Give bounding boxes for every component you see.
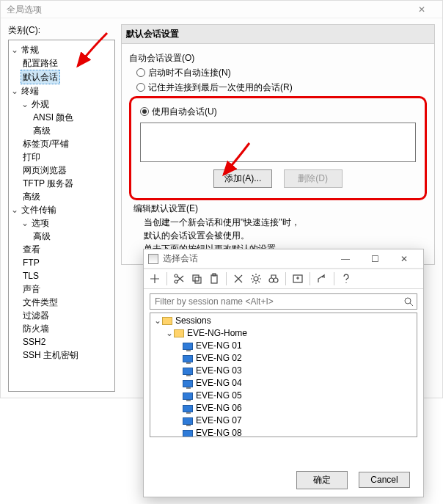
tree-file-transfer[interactable]: 文件传输 — [19, 203, 59, 216]
tree-ansi[interactable]: ANSI 颜色 — [31, 111, 76, 124]
tree-ftp[interactable]: FTP — [21, 256, 42, 269]
minimize-icon[interactable]: — — [331, 254, 360, 264]
tree-firewall[interactable]: 防火墙 — [21, 322, 51, 335]
tree-filter[interactable]: 过滤器 — [21, 309, 51, 322]
radio-auto-session-label[interactable]: 使用自动会话(U) — [152, 106, 217, 117]
radio-no-connect-label[interactable]: 启动时不自动连接(N) — [148, 67, 231, 78]
dialog-titlebar: 全局选项 ✕ — [1, 1, 442, 18]
tree-tftp[interactable]: TFTP 服务器 — [21, 177, 76, 190]
scissors-icon[interactable] — [171, 271, 187, 287]
chevron-down-icon[interactable]: ⌄ — [10, 203, 19, 216]
tree-appearance[interactable]: 外观 — [29, 98, 51, 111]
session-item[interactable]: EVE-NG 07 — [196, 414, 242, 427]
sub-titlebar: 选择会话 — ☐ ✕ — [144, 249, 423, 269]
session-icon — [183, 368, 193, 375]
radio-remember-last-label[interactable]: 记住并连接到最后一次使用的会话(R) — [148, 82, 293, 92]
tree-ssh2[interactable]: SSH2 — [21, 335, 48, 348]
app-icon — [148, 254, 158, 264]
tree-filetypes[interactable]: 文件类型 — [21, 296, 60, 309]
session-icon — [183, 430, 193, 437]
chevron-down-icon[interactable]: ⌄ — [10, 84, 19, 98]
folder-icon — [174, 329, 184, 337]
edit-desc-1: 当创建一个新会话和使用"快速连接"时， — [144, 216, 422, 228]
session-icon — [183, 417, 193, 425]
chevron-down-icon[interactable]: ⌄ — [21, 98, 29, 111]
radio-remember-last[interactable] — [136, 83, 145, 92]
radio-auto-session[interactable] — [140, 107, 149, 116]
session-item[interactable]: EVE-NG 08 — [196, 427, 242, 437]
cancel-button[interactable]: Cancel — [359, 472, 410, 488]
category-label: 类别(C): — [8, 24, 115, 37]
filter-row — [150, 293, 417, 310]
tree-advanced[interactable]: 高级 — [31, 230, 53, 243]
binoculars-icon[interactable] — [266, 271, 282, 287]
tree-web[interactable]: 网页浏览器 — [21, 164, 69, 177]
ok-button[interactable]: 确定 — [296, 471, 348, 489]
tree-view[interactable]: 查看 — [21, 243, 43, 256]
tree-advanced[interactable]: 高级 — [31, 124, 53, 137]
close-icon[interactable]: ✕ — [407, 1, 436, 18]
folder-icon — [162, 317, 172, 325]
select-session-dialog: 选择会话 — ☐ ✕ ⌄Sessions⌄EVE-NG-HomeEVE-NG 0… — [143, 249, 424, 497]
session-item[interactable]: EVE-NG 02 — [196, 352, 242, 365]
tree-options[interactable]: 选项 — [29, 216, 51, 230]
auto-session-label: 自动会话设置(O) — [129, 52, 427, 65]
session-item[interactable]: EVE-NG 04 — [196, 377, 242, 390]
chevron-down-icon[interactable]: ⌄ — [153, 315, 162, 327]
search-icon[interactable] — [403, 296, 414, 310]
chevron-down-icon[interactable]: ⌄ — [10, 43, 19, 56]
dialog-title: 全局选项 — [7, 1, 42, 18]
gear-icon[interactable] — [248, 271, 264, 287]
help-icon[interactable] — [338, 271, 354, 287]
session-icon — [183, 405, 193, 412]
tree-advanced[interactable]: 高级 — [21, 190, 43, 203]
category-column: 类别(C): ⌄常规 配置路径 默认会话 ⌄终端 ⌄外观 ANSI 颜色 高级 … — [1, 18, 118, 398]
copy-icon[interactable] — [188, 271, 205, 287]
chevron-down-icon[interactable]: ⌄ — [21, 216, 29, 230]
auto-session-list[interactable] — [140, 123, 416, 162]
plus-icon[interactable] — [147, 271, 163, 287]
edit-desc-2: 默认的会话设置会被使用。 — [144, 230, 422, 241]
tree-root[interactable]: Sessions — [175, 315, 211, 327]
highlight-box: 使用自动会话(U) 添加(A)... 删除(D) — [129, 96, 427, 200]
close-icon[interactable]: ✕ — [389, 254, 419, 264]
svg-point-1 — [175, 280, 177, 283]
clipboard-icon[interactable] — [206, 271, 222, 287]
session-item[interactable]: EVE-NG 01 — [196, 340, 242, 352]
session-icon — [183, 392, 193, 400]
session-item[interactable]: EVE-NG 06 — [196, 402, 242, 414]
share-icon[interactable] — [314, 271, 330, 287]
tree-folder[interactable]: EVE-NG-Home — [187, 327, 247, 340]
svg-rect-3 — [195, 277, 201, 283]
tree-terminal[interactable]: 终端 — [19, 84, 41, 98]
svg-point-7 — [269, 278, 274, 282]
filter-input[interactable] — [150, 293, 417, 310]
tree-default-session[interactable]: 默认会话 — [21, 70, 60, 84]
tree-print[interactable]: 打印 — [21, 150, 43, 164]
new-window-icon[interactable] — [290, 271, 306, 287]
sub-title: 选择会话 — [163, 252, 198, 265]
tree-tabs[interactable]: 标签页/平铺 — [21, 137, 71, 150]
tree-general[interactable]: 常规 — [19, 43, 41, 56]
tree-tls[interactable]: TLS — [21, 269, 41, 282]
session-tree[interactable]: ⌄Sessions⌄EVE-NG-HomeEVE-NG 01EVE-NG 02E… — [150, 313, 417, 437]
delete-button[interactable]: 删除(D) — [284, 169, 343, 188]
svg-point-10 — [405, 298, 411, 304]
session-item[interactable]: EVE-NG 03 — [196, 365, 242, 377]
chevron-down-icon[interactable]: ⌄ — [165, 327, 174, 340]
svg-point-0 — [175, 274, 177, 277]
panel-heading: 默认会话设置 — [121, 24, 435, 43]
toolbar — [144, 269, 423, 289]
session-icon — [183, 380, 193, 387]
svg-rect-2 — [193, 275, 199, 281]
maximize-icon[interactable]: ☐ — [360, 254, 389, 264]
tree-sshhost[interactable]: SSH 主机密钥 — [21, 348, 81, 362]
session-item[interactable]: EVE-NG 05 — [196, 390, 242, 402]
category-tree[interactable]: ⌄常规 配置路径 默认会话 ⌄终端 ⌄外观 ANSI 颜色 高级 标签页/平铺 … — [8, 40, 115, 392]
radio-no-connect[interactable] — [136, 68, 145, 77]
tree-config-path[interactable]: 配置路径 — [21, 56, 60, 70]
add-button[interactable]: 添加(A)... — [213, 169, 272, 188]
svg-point-8 — [274, 278, 278, 282]
tree-sound[interactable]: 声音 — [21, 282, 43, 296]
x-icon[interactable] — [230, 271, 246, 287]
